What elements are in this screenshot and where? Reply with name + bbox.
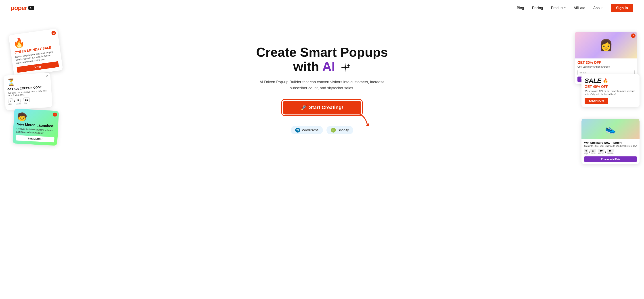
- nav-links: Blog Pricing Product ▾ Affiliate About S…: [517, 4, 633, 12]
- hero-title-line1: Create Smart Popups: [256, 45, 388, 59]
- hero-subtitle: AI Driven Pop-up Builder that can conver…: [255, 79, 389, 91]
- sale-forty-title: SALE: [584, 77, 601, 84]
- rocket-icon: 🚀: [301, 105, 307, 110]
- thirty-off-text: Offer valid on your first purchase!: [578, 66, 634, 68]
- sneaker-colon-3: :: [605, 150, 606, 153]
- sneakers-text: Step into Style: Your Chance to Win Snea…: [584, 145, 637, 147]
- sneaker-timer-hours-label: Hours: [590, 153, 596, 155]
- hourglass-icon: ⏳: [7, 76, 48, 87]
- logo-badge: ai: [28, 6, 34, 10]
- timer-minutes-label: Min: [24, 102, 30, 105]
- merch-emoji-icon: 🧒: [17, 112, 56, 123]
- wordpress-label: WordPress: [302, 128, 318, 132]
- sneaker-colon-1: :: [589, 150, 590, 153]
- signin-button[interactable]: Sign In: [611, 4, 633, 12]
- cta-wrapper: 🚀 Start Creating!: [281, 99, 363, 116]
- sneaker-timer-seconds-value: 16: [607, 149, 614, 153]
- sneakers-body: Win Sneakers Now – Enter! Step into Styl…: [582, 139, 640, 164]
- sneaker-timer-days-value: 6: [584, 149, 588, 153]
- wordpress-icon: W: [295, 128, 300, 133]
- sneaker-timer-hours-value: 23: [590, 149, 596, 153]
- sneaker-timer-seconds-label: Seconds: [607, 153, 614, 155]
- arrow-indicator-icon: [354, 110, 372, 128]
- sneakers-image: 👟: [582, 119, 640, 139]
- sneaker-timer-minutes-value: 59: [598, 149, 604, 153]
- cyber-monday-card: ✕ 🔥 CYBER MONDAY SALE Get set to grab gr…: [8, 28, 63, 77]
- timer-days-value: 0: [8, 98, 13, 103]
- coupon-close-icon[interactable]: ✕: [46, 74, 49, 78]
- coupon-timer: 0 Day : 5 Hours : 50 Min: [8, 96, 49, 106]
- shopify-icon: S: [331, 128, 336, 133]
- hero-title-line2: with: [293, 59, 322, 74]
- sneakers-title: Win Sneakers Now – Enter!: [584, 141, 637, 144]
- merch-close-icon[interactable]: ✕: [53, 112, 57, 117]
- sneaker-timer-days-label: Days: [584, 153, 588, 155]
- chevron-down-icon: ▾: [564, 6, 566, 9]
- sneakers-promo-button[interactable]: Promocode304a: [584, 156, 637, 162]
- nav-link-affiliate[interactable]: Affiliate: [574, 6, 585, 10]
- coupon-card: ✕ ⏳ GET 10$ COUPON CODE Act fast! This e…: [3, 72, 52, 110]
- merch-button[interactable]: SEE MERCH: [16, 135, 54, 142]
- timer-colon-1: :: [14, 98, 15, 105]
- nav-link-blog[interactable]: Blog: [517, 6, 524, 10]
- start-creating-button[interactable]: 🚀 Start Creating!: [283, 101, 361, 114]
- thirty-off-close-icon[interactable]: ✕: [631, 33, 636, 38]
- sale-forty-subtitle: GET 40% OFF: [584, 85, 636, 89]
- merch-card: ✕ 🧒 New Merch Launched! Discover the lat…: [12, 109, 59, 146]
- shopify-badge[interactable]: S Shopify: [326, 126, 353, 134]
- sneaker-timer-minutes-label: Minutes: [598, 153, 604, 155]
- nav-link-about[interactable]: About: [593, 6, 603, 10]
- timer-minutes-value: 50: [24, 97, 30, 103]
- timer-hours-label: Hours: [16, 103, 21, 105]
- timer-days-label: Day: [8, 103, 13, 106]
- sneaker-colon-2: :: [596, 150, 597, 153]
- nav-link-product[interactable]: Product ▾: [551, 6, 566, 10]
- timer-colon-2: :: [21, 98, 23, 105]
- sneakers-card: 👟 Win Sneakers Now – Enter! Step into St…: [582, 119, 640, 164]
- nav-link-product-label: Product: [551, 6, 564, 10]
- nav-link-pricing[interactable]: Pricing: [532, 6, 543, 10]
- hero-title-ai: AI: [322, 59, 335, 74]
- logo-text: poper: [11, 4, 27, 11]
- thirty-off-image: 👩: [575, 32, 637, 58]
- sale-forty-card: SALE 🔥 GET 40% OFF We are giving 40% on …: [582, 74, 640, 107]
- sale-forty-button[interactable]: SHOP NOW: [584, 98, 608, 104]
- cta-border: 🚀 Start Creating!: [281, 99, 363, 116]
- hero-center: Create Smart Popups with AI AI Driven Po…: [255, 45, 389, 134]
- hero-title: Create Smart Popups with AI: [255, 45, 389, 74]
- hero-section: ✕ 🔥 CYBER MONDAY SALE Get set to grab gr…: [0, 16, 644, 168]
- sneakers-timer: 6 Days : 23 Hours : 59 Minutes :: [584, 149, 637, 155]
- shopify-label: Shopify: [338, 128, 349, 132]
- cta-label: Start Creating!: [309, 105, 343, 110]
- sparkle-icon: [340, 62, 351, 73]
- timer-hours-value: 5: [16, 98, 21, 103]
- navbar: poper ai Blog Pricing Product ▾ Affiliat…: [0, 0, 644, 16]
- sale-fire-icon: 🔥: [603, 78, 608, 83]
- wordpress-badge[interactable]: W WordPress: [291, 126, 323, 134]
- merch-text: Discover the latest additions with our j…: [16, 127, 55, 135]
- thirty-off-title: GET 30% OFF: [578, 61, 634, 65]
- sale-forty-text: We are giving 40% on our newly launched …: [584, 90, 636, 96]
- logo[interactable]: poper ai: [11, 4, 34, 11]
